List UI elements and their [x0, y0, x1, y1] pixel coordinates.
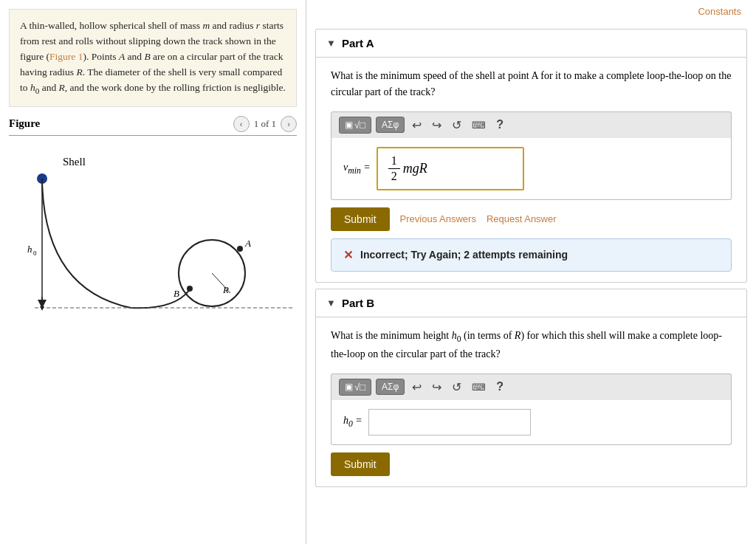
part-a-toolbar: ▣ √□ ΑΣφ ↩ ↪ ↺ ⌨ ? — [331, 111, 732, 138]
figure-section: Figure ‹ 1 of 1 › Shell h 0 — [0, 116, 306, 544]
figure-next-btn[interactable]: › — [281, 116, 297, 132]
part-a-action-row: Submit Previous Answers Request Answer — [331, 207, 732, 231]
submit-btn-a[interactable]: Submit — [331, 207, 390, 231]
part-b-answer-label: h0 = — [343, 415, 362, 429]
figure-header: Figure ‹ 1 of 1 › — [9, 116, 297, 136]
part-b-arrow: ▼ — [326, 297, 336, 309]
part-a-body: What is the minimum speed of the shell a… — [316, 58, 746, 282]
greek-btn-b[interactable]: ΑΣφ — [376, 379, 405, 395]
fraction-display: 1 2 — [388, 154, 400, 183]
figure-title: Figure — [9, 117, 40, 130]
part-b-section: ▼ Part B What is the minimum height h0 (… — [315, 289, 747, 487]
insert-math-btn-b[interactable]: ▣ √□ — [339, 379, 371, 396]
part-b-header[interactable]: ▼ Part B — [316, 289, 746, 317]
part-b-label: Part B — [342, 297, 374, 309]
refresh-btn-b[interactable]: ↺ — [449, 379, 464, 396]
keyboard-btn-a[interactable]: ⌨ — [469, 118, 489, 132]
figure-svg: Shell h 0 B A R — [9, 142, 297, 348]
keyboard-btn-b[interactable]: ⌨ — [469, 380, 489, 394]
sqrt-icon-b: √□ — [354, 382, 365, 393]
request-answer-link-a[interactable]: Request Answer — [487, 213, 557, 224]
part-a-answer-box: vmin = 1 2 mgR — [331, 138, 732, 200]
figure-pagination: 1 of 1 — [254, 118, 276, 130]
redo-btn-a[interactable]: ↪ — [429, 117, 444, 134]
figure-link[interactable]: Figure 1 — [49, 51, 83, 62]
part-a-section: ▼ Part A What is the minimum speed of th… — [315, 29, 747, 283]
undo-btn-a[interactable]: ↩ — [409, 117, 425, 134]
svg-text:R: R — [222, 284, 229, 295]
insert-icon-a: ▣ — [345, 120, 353, 130]
svg-point-9 — [237, 246, 243, 252]
part-a-label: Part A — [342, 37, 374, 49]
part-b-body: What is the minimum height h0 (in terms … — [316, 317, 746, 486]
undo-btn-b[interactable]: ↩ — [409, 379, 425, 396]
part-a-arrow: ▼ — [326, 38, 336, 49]
svg-text:0: 0 — [33, 249, 37, 257]
svg-marker-14 — [40, 306, 44, 311]
greek-btn-a[interactable]: ΑΣφ — [376, 117, 405, 133]
incorrect-message-a: Incorrect; Try Again; 2 attempts remaini… — [360, 249, 568, 261]
prev-answers-link-a[interactable]: Previous Answers — [400, 213, 476, 224]
help-btn-a[interactable]: ? — [493, 117, 506, 133]
sqrt-icon-a: √□ — [354, 120, 365, 131]
formula-text: mgR — [403, 161, 427, 176]
greek-label-a: ΑΣφ — [382, 120, 399, 130]
insert-math-btn-a[interactable]: ▣ √□ — [339, 117, 371, 134]
redo-btn-b[interactable]: ↪ — [429, 379, 444, 396]
greek-label-b: ΑΣφ — [382, 382, 399, 392]
part-a-answer-content[interactable]: 1 2 mgR — [377, 147, 524, 190]
part-b-action-row: Submit — [331, 452, 732, 476]
problem-text: A thin-walled, hollow spherical shell of… — [9, 9, 297, 107]
part-b-answer-input[interactable] — [368, 409, 531, 435]
right-panel: Constants ▼ Part A What is the minimum s… — [306, 0, 756, 544]
svg-point-7 — [187, 286, 193, 292]
part-a-question: What is the minimum speed of the shell a… — [331, 68, 732, 101]
svg-text:A: A — [244, 238, 251, 249]
svg-text:Shell: Shell — [63, 156, 86, 168]
part-b-toolbar: ▣ √□ ΑΣφ ↩ ↪ ↺ ⌨ ? — [331, 373, 732, 400]
constants-link[interactable]: Constants — [306, 0, 756, 23]
x-icon-a: ✕ — [343, 248, 353, 262]
submit-btn-b[interactable]: Submit — [331, 452, 390, 476]
help-btn-b[interactable]: ? — [493, 379, 506, 395]
figure-prev-btn[interactable]: ‹ — [233, 116, 250, 132]
svg-text:B: B — [173, 288, 179, 299]
part-b-question: What is the minimum height h0 (in terms … — [331, 328, 732, 363]
part-b-answer-box: h0 = — [331, 400, 732, 445]
incorrect-banner-a: ✕ Incorrect; Try Again; 2 attempts remai… — [331, 238, 732, 272]
insert-icon-b: ▣ — [345, 382, 353, 392]
svg-text:h: h — [27, 244, 32, 255]
part-a-header[interactable]: ▼ Part A — [316, 30, 746, 58]
part-a-answer-label: vmin = — [343, 162, 371, 176]
refresh-btn-a[interactable]: ↺ — [449, 117, 464, 134]
left-panel: A thin-walled, hollow spherical shell of… — [0, 0, 306, 544]
figure-nav: ‹ 1 of 1 › — [233, 116, 297, 132]
